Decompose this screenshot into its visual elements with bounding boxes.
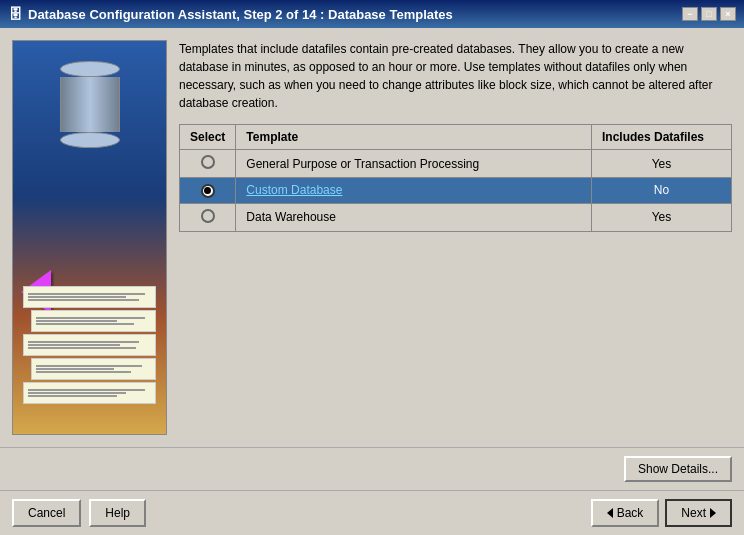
table-row[interactable]: General Purpose or Transaction Processin… (180, 150, 732, 178)
database-illustration (60, 61, 120, 148)
doc-item-1 (23, 286, 156, 308)
next-button[interactable]: Next (665, 499, 732, 527)
minimize-button[interactable]: − (682, 7, 698, 21)
datafiles-cell-custom-database: No (592, 178, 732, 204)
maximize-button[interactable]: □ (701, 7, 717, 21)
document-stack (23, 286, 156, 404)
radio-cell-general-purpose[interactable] (180, 150, 236, 178)
datafiles-cell-general-purpose: Yes (592, 150, 732, 178)
cylinder-body (60, 77, 120, 132)
col-header-template: Template (236, 125, 592, 150)
radio-general-purpose[interactable] (201, 155, 215, 169)
next-chevron-icon (710, 508, 716, 518)
app-icon: 🗄 (8, 6, 22, 22)
cylinder-top (60, 61, 120, 77)
radio-inner-custom-database (204, 187, 211, 194)
table-row[interactable]: Custom DatabaseNo (180, 178, 732, 204)
window-controls: − □ × (682, 7, 736, 21)
template-table: Select Template Includes Datafiles Gener… (179, 124, 732, 232)
show-details-bar: Show Details... (0, 447, 744, 490)
window-body: Templates that include datafiles contain… (0, 28, 744, 535)
doc-item-2 (31, 310, 156, 332)
window-title: Database Configuration Assistant, Step 2… (28, 7, 453, 22)
title-bar: 🗄 Database Configuration Assistant, Step… (0, 0, 744, 28)
back-chevron-icon (607, 508, 613, 518)
table-row[interactable]: Data WarehouseYes (180, 203, 732, 231)
radio-cell-data-warehouse[interactable] (180, 203, 236, 231)
help-button[interactable]: Help (89, 499, 146, 527)
cylinder-bottom (60, 132, 120, 148)
radio-data-warehouse[interactable] (201, 209, 215, 223)
footer-right-buttons: Back Next (591, 499, 732, 527)
doc-item-5 (23, 382, 156, 404)
radio-cell-custom-database[interactable] (180, 178, 236, 204)
illustration-panel (12, 40, 167, 435)
template-cell-data-warehouse[interactable]: Data Warehouse (236, 203, 592, 231)
right-content: Templates that include datafiles contain… (179, 40, 732, 435)
doc-item-3 (23, 334, 156, 356)
content-area: Templates that include datafiles contain… (0, 28, 744, 447)
doc-item-4 (31, 358, 156, 380)
show-details-button[interactable]: Show Details... (624, 456, 732, 482)
footer-left-buttons: Cancel Help (12, 499, 146, 527)
template-cell-general-purpose[interactable]: General Purpose or Transaction Processin… (236, 150, 592, 178)
cancel-button[interactable]: Cancel (12, 499, 81, 527)
template-cell-custom-database[interactable]: Custom Database (236, 178, 592, 204)
footer: Cancel Help Back Next (0, 490, 744, 535)
datafiles-cell-data-warehouse: Yes (592, 203, 732, 231)
col-header-select: Select (180, 125, 236, 150)
col-header-datafiles: Includes Datafiles (592, 125, 732, 150)
description-text: Templates that include datafiles contain… (179, 40, 732, 112)
close-button[interactable]: × (720, 7, 736, 21)
back-button[interactable]: Back (591, 499, 660, 527)
radio-custom-database[interactable] (201, 184, 215, 198)
